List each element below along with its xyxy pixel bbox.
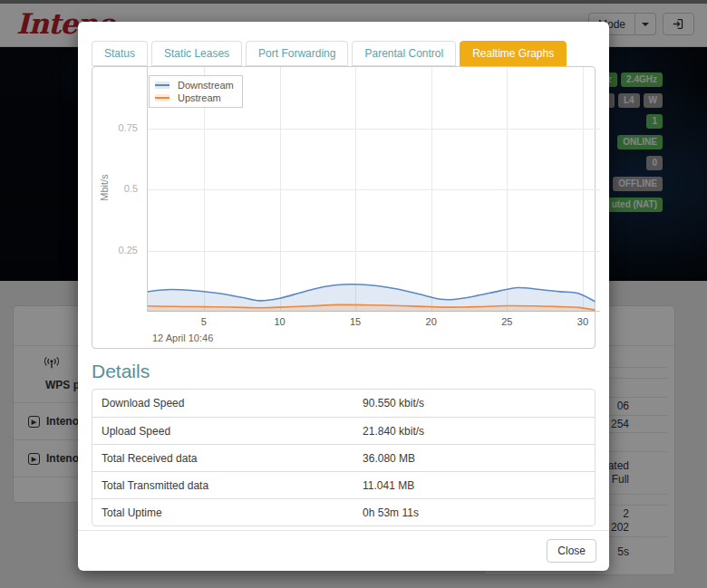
chart-legend: DownstreamUpstream (149, 75, 243, 108)
tab-realtime-graphs[interactable]: Realtime Graphs (460, 41, 567, 66)
y-tick-label: 0.25 (92, 245, 138, 255)
modal-tabs: StatusStatic LeasesPort ForwardingParent… (92, 41, 596, 66)
tab-static-leases[interactable]: Static Leases (151, 41, 242, 66)
details-row-label: Upload Speed (92, 419, 354, 443)
legend-item-upstream: Upstream (155, 92, 234, 104)
details-row-value: 11.041 MB (354, 474, 423, 497)
y-tick-label: 0.5 (92, 183, 138, 194)
tab-port-forwarding[interactable]: Port Forwarding (246, 41, 348, 66)
x-tick-label: 25 (501, 316, 512, 327)
chart-x-axis-note: 12 April 10:46 (152, 333, 213, 343)
details-row: Total Transmitted data11.041 MB (92, 471, 595, 498)
realtime-graphs-modal: StatusStatic LeasesPort ForwardingParent… (78, 22, 609, 571)
y-tick-label: 0.75 (92, 122, 138, 133)
details-row-label: Total Transmitted data (92, 474, 354, 497)
legend-swatch (155, 82, 169, 89)
chart-plot-area: DownstreamUpstream 12 April 10:46 510152… (147, 67, 600, 312)
legend-swatch-line (155, 97, 169, 99)
modal-footer: Close (78, 530, 609, 571)
details-row: Total Received data36.080 MB (92, 444, 595, 471)
x-tick-label: 20 (426, 316, 437, 327)
details-row-label: Total Uptime (92, 501, 354, 525)
x-tick-label: 30 (577, 316, 588, 327)
details-row-value: 36.080 MB (354, 447, 424, 470)
details-row-value: 90.550 kbit/s (354, 391, 433, 415)
legend-swatch (155, 94, 169, 101)
legend-item-downstream: Downstream (155, 79, 234, 92)
details-row-value: 0h 53m 11s (354, 501, 428, 525)
tab-parental-control[interactable]: Parental Control (352, 41, 456, 66)
details-row: Upload Speed21.840 kbit/s (92, 417, 595, 444)
details-row: Total Uptime0h 53m 11s (92, 498, 595, 525)
tab-status[interactable]: Status (92, 41, 148, 66)
details-row-label: Download Speed (92, 391, 354, 415)
legend-label: Downstream (178, 80, 234, 91)
x-tick-label: 5 (201, 316, 207, 327)
details-table: Download Speed90.550 kbit/sUpload Speed2… (92, 389, 596, 526)
details-heading: Details (92, 361, 596, 382)
legend-swatch-line (155, 84, 169, 86)
details-row-value: 21.840 kbit/s (354, 419, 433, 443)
x-tick-label: 10 (274, 316, 285, 327)
details-row-label: Total Received data (92, 447, 354, 470)
x-tick-label: 15 (350, 316, 361, 327)
traffic-chart: Mbit/s 0.250.50.75 DownstreamUpstream 12… (92, 66, 596, 349)
details-row: Download Speed90.550 kbit/s (92, 390, 595, 417)
legend-label: Upstream (178, 92, 221, 103)
close-button[interactable]: Close (547, 539, 596, 563)
